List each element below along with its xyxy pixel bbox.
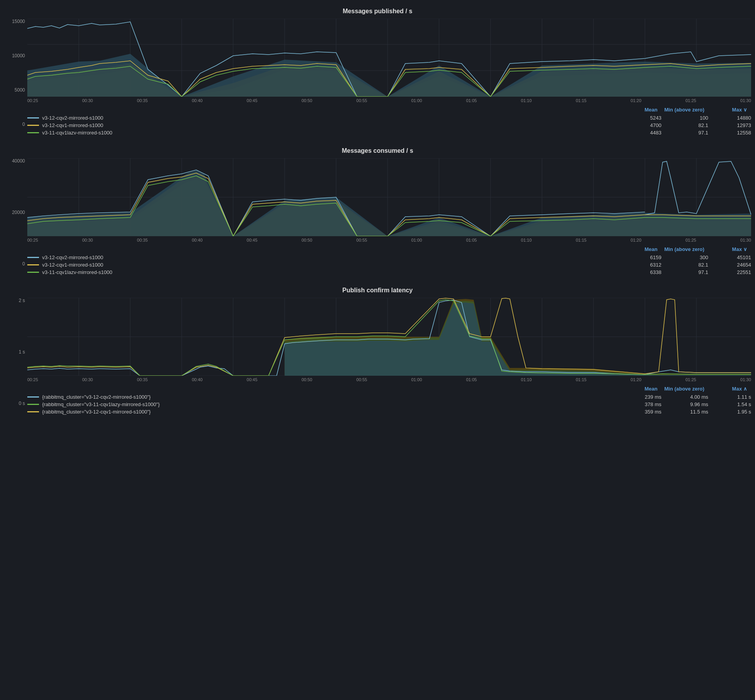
stat-max-2: 12558 [712, 130, 751, 136]
chart-area-published: 15000 10000 5000 0 [4, 19, 751, 136]
legend-line-l0: {rabbitmq_cluster="v3-12-cqv2-mirrored-s… [27, 394, 222, 400]
x-label: 01:15 [576, 98, 587, 103]
stat-mean-0: 5243 [619, 115, 665, 121]
y-axis-published: 15000 10000 5000 0 [4, 19, 27, 136]
stat-min-1: 82.1 [665, 122, 712, 128]
legend-label-0: v3-12-cqv2-mirrored-s1000 [42, 115, 103, 121]
chart-body-published: 00:25 00:30 00:35 00:40 00:45 00:50 00:5… [27, 19, 751, 136]
legend-color-green [27, 132, 39, 133]
x-label: 01:05 [466, 238, 477, 242]
x-label: 00:40 [192, 238, 203, 242]
legend-color-yellow [27, 264, 39, 265]
stat-max-c2: 22551 [712, 269, 751, 275]
legend-row-0: v3-12-cqv2-mirrored-s1000 5243 100 14880 [27, 115, 751, 121]
x-label: 00:40 [192, 98, 203, 103]
y-label: 15000 [12, 19, 25, 24]
max-header: Max ∧ [708, 386, 747, 392]
x-axis-consumed: 00:25 00:30 00:35 00:40 00:45 00:50 00:5… [27, 236, 751, 244]
stat-min-2: 97.1 [665, 130, 712, 136]
x-label: 01:30 [740, 98, 751, 103]
x-label: 01:30 [740, 238, 751, 242]
legend-line-l2: {rabbitmq_cluster="v3-12-cqv1-mirrored-s… [27, 409, 222, 415]
stat-max-c1: 24654 [712, 262, 751, 268]
max-header: Max ∨ [708, 107, 747, 113]
x-label: 00:25 [27, 98, 38, 103]
x-label: 00:35 [137, 377, 148, 382]
stat-min-l2: 11.5 ms [665, 409, 712, 415]
stat-min-l1: 9.96 ms [665, 401, 712, 407]
legend-row-l1: {rabbitmq_cluster="v3-11-cqv1lazy-mirror… [27, 401, 751, 407]
legend-line-1: v3-12-cqv1-mirrored-s1000 [27, 122, 222, 128]
x-label: 01:05 [466, 98, 477, 103]
legend-color-yellow [27, 411, 39, 412]
mean-header: Mean [615, 386, 661, 392]
chart-title-latency: Publish confirm latency [4, 287, 751, 294]
chart-area-latency: 2 s 1 s 0 s [4, 298, 751, 415]
legend-color-blue [27, 396, 39, 398]
stat-max-l1: 1.54 s [712, 401, 751, 407]
x-label: 00:35 [137, 238, 148, 242]
chart-section-consumed: Messages consumed / s 40000 20000 0 [4, 147, 751, 275]
x-label: 01:15 [576, 377, 587, 382]
legend-consumed: v3-12-cqv2-mirrored-s1000 6159 300 45101… [27, 255, 751, 275]
x-label: 01:10 [521, 238, 532, 242]
min-header: Min (above zero) [661, 246, 708, 252]
legend-line-0: v3-12-cqv2-mirrored-s1000 [27, 115, 222, 121]
dashboard: Messages published / s 15000 10000 5000 … [0, 0, 755, 434]
y-label: 0 s [19, 401, 25, 406]
legend-row-l2: {rabbitmq_cluster="v3-12-cqv1-mirrored-s… [27, 409, 751, 415]
y-label: 40000 [12, 158, 25, 164]
x-label: 00:50 [301, 238, 312, 242]
chart-title-published: Messages published / s [4, 8, 751, 15]
chart-section-published: Messages published / s 15000 10000 5000 … [4, 8, 751, 136]
x-label: 00:45 [247, 238, 258, 242]
stat-mean-l2: 359 ms [619, 409, 665, 415]
stat-min-c1: 82.1 [665, 262, 712, 268]
y-label: 2 s [19, 298, 25, 303]
min-header: Min (above zero) [661, 107, 708, 113]
y-label: 0 [22, 261, 25, 267]
mean-header: Mean [615, 107, 661, 113]
legend-row-2: v3-11-cqv1lazv-mirrored-s1000 4483 97.1 … [27, 130, 751, 136]
stat-mean-c0: 6159 [619, 255, 665, 260]
x-label: 01:10 [521, 98, 532, 103]
chart-svg-latency [27, 298, 751, 376]
legend-row-c1: v3-12-cqv1-mirrored-s1000 6312 82.1 2465… [27, 262, 751, 268]
svg-marker-38 [27, 171, 751, 236]
svg-marker-19 [27, 54, 751, 97]
x-label: 00:30 [82, 98, 93, 103]
x-label: 00:25 [27, 377, 38, 382]
legend-label-1: v3-12-cqv1-mirrored-s1000 [42, 122, 103, 128]
x-label: 00:30 [82, 377, 93, 382]
x-label: 01:25 [686, 98, 697, 103]
chart-area-consumed: 40000 20000 0 [4, 158, 751, 275]
chart-svg-consumed [27, 158, 751, 236]
x-label: 01:20 [631, 238, 642, 242]
stat-max-c0: 45101 [712, 255, 751, 260]
x-label: 01:00 [411, 98, 422, 103]
legend-label-l1: {rabbitmq_cluster="v3-11-cqv1lazy-mirror… [42, 401, 160, 407]
stat-max-1: 12973 [712, 122, 751, 128]
legend-row-c0: v3-12-cqv2-mirrored-s1000 6159 300 45101 [27, 255, 751, 260]
x-label: 01:20 [631, 98, 642, 103]
legend-color-green [27, 272, 39, 273]
legend-line-c2: v3-11-cqv1lazv-mirrored-s1000 [27, 269, 222, 275]
chart-svg-published [27, 19, 751, 97]
stats-header-consumed: Mean Min (above zero) Max ∨ [27, 246, 751, 252]
stats-header-published: Mean Min (above zero) Max ∨ [27, 107, 751, 113]
stat-min-c0: 300 [665, 255, 712, 260]
legend-color-blue [27, 257, 39, 258]
legend-label-c2: v3-11-cqv1lazv-mirrored-s1000 [42, 269, 112, 275]
x-label: 01:00 [411, 377, 422, 382]
legend-line-2: v3-11-cqv1lazv-mirrored-s1000 [27, 130, 222, 136]
legend-latency: {rabbitmq_cluster="v3-12-cqv2-mirrored-s… [27, 394, 751, 415]
x-label: 01:05 [466, 377, 477, 382]
legend-color-yellow [27, 125, 39, 126]
legend-line-c0: v3-12-cqv2-mirrored-s1000 [27, 255, 222, 260]
y-label: 5000 [14, 87, 25, 93]
x-label: 01:20 [631, 377, 642, 382]
stat-mean-2: 4483 [619, 130, 665, 136]
min-header: Min (above zero) [661, 386, 708, 392]
x-label: 01:30 [740, 377, 751, 382]
legend-row-l0: {rabbitmq_cluster="v3-12-cqv2-mirrored-s… [27, 394, 751, 400]
